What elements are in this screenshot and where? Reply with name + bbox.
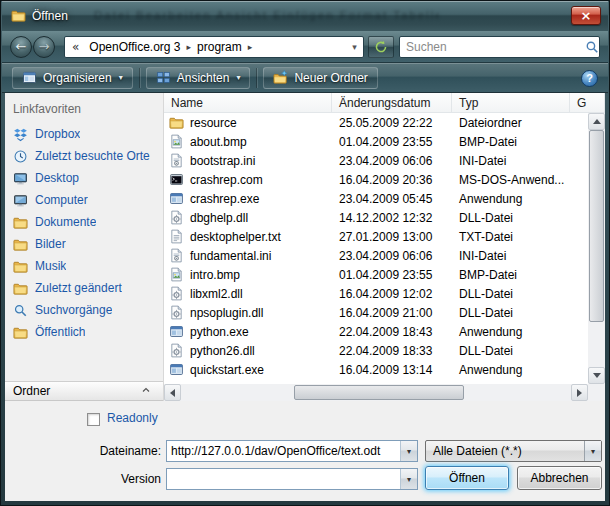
sidebar-item-zuletzt-besuchte-orte[interactable]: Zuletzt besuchte Orte xyxy=(5,145,163,167)
sidebar-item-musik[interactable]: Musik xyxy=(5,255,163,277)
search-input[interactable] xyxy=(400,40,584,54)
back-arrow-icon: ← xyxy=(16,39,27,54)
breadcrumb-separator-icon[interactable]: ▸ xyxy=(247,42,254,52)
chevron-up-icon xyxy=(140,384,155,399)
filename-input[interactable] xyxy=(167,444,400,458)
file-modified-date: 23.04.2009 06:06 xyxy=(332,249,452,263)
vertical-scrollbar-thumb[interactable] xyxy=(589,130,604,322)
sidebar-item-label: Dokumente xyxy=(35,215,96,229)
address-dropdown-icon[interactable]: ▾ xyxy=(346,42,363,52)
file-row[interactable]: about.bmp 01.04.2009 23:55 BMP-Datei xyxy=(164,132,588,151)
folder-icon xyxy=(13,215,28,230)
column-header-name[interactable]: Name xyxy=(164,93,332,112)
text-file-icon xyxy=(169,229,184,244)
sidebar-item-öffentlich[interactable]: Öffentlich xyxy=(5,321,163,343)
scroll-down-button[interactable] xyxy=(588,367,605,384)
horizontal-scrollbar[interactable] xyxy=(164,384,588,401)
sidebar-item-dropbox[interactable]: Dropbox xyxy=(5,123,163,145)
file-row[interactable]: fundamental.ini 23.04.2009 06:06 INI-Dat… xyxy=(164,246,588,265)
file-rows: resource 25.05.2009 22:22 Dateiordner ab… xyxy=(164,113,588,384)
toolbar-separator xyxy=(256,68,257,88)
file-modified-date: 23.04.2009 05:45 xyxy=(332,192,452,206)
version-dropdown-icon[interactable]: ▾ xyxy=(400,469,417,489)
recent-icon xyxy=(13,149,28,164)
forward-button[interactable]: → xyxy=(33,36,55,58)
cancel-button[interactable]: Abbrechen xyxy=(517,466,602,490)
breadcrumb-segment[interactable]: OpenOffice.org 3 xyxy=(84,40,185,54)
close-button[interactable]: × xyxy=(571,6,601,25)
organize-button[interactable]: Organisieren ▾ xyxy=(12,67,133,89)
app-file-icon xyxy=(169,362,184,377)
new-folder-label: Neuer Ordner xyxy=(294,71,367,85)
favorites-header: Linkfavoriten xyxy=(13,102,81,116)
file-row[interactable]: crashrep.com 16.04.2009 20:36 MS-DOS-Anw… xyxy=(164,170,588,189)
breadcrumb-segment[interactable]: program xyxy=(192,40,247,54)
sidebar-item-zuletzt-geändert[interactable]: Zuletzt geändert xyxy=(5,277,163,299)
file-row[interactable]: crashrep.exe 23.04.2009 05:45 Anwendung xyxy=(164,189,588,208)
computer-icon xyxy=(13,193,28,208)
new-folder-button[interactable]: Neuer Ordner xyxy=(263,67,377,89)
dos-file-icon xyxy=(169,172,184,187)
sidebar-item-suchvorgänge[interactable]: Suchvorgänge xyxy=(5,299,163,321)
filetype-dropdown-icon[interactable]: ▾ xyxy=(584,441,601,461)
vertical-scrollbar[interactable] xyxy=(588,113,605,384)
sidebar-item-label: Musik xyxy=(35,259,66,273)
breadcrumb[interactable]: « OpenOffice.org 3 ▸ program ▸ ▾ xyxy=(64,36,364,58)
scroll-up-button[interactable] xyxy=(588,113,605,130)
file-row[interactable]: quickstart.exe 16.04.2009 13:14 Anwendun… xyxy=(164,360,588,379)
file-row[interactable]: python26.dll 22.04.2009 18:33 DLL-Datei xyxy=(164,341,588,360)
sidebar-item-desktop[interactable]: Desktop xyxy=(5,167,163,189)
chevron-down-icon: ▾ xyxy=(236,73,240,82)
file-modified-date: 16.04.2009 12:02 xyxy=(332,287,452,301)
sidebar-item-label: Zuletzt besuchte Orte xyxy=(35,149,150,163)
navigation-bar: ← → « OpenOffice.org 3 ▸ program ▸ ▾ xyxy=(2,31,608,63)
file-row[interactable]: libxml2.dll 16.04.2009 12:02 DLL-Datei xyxy=(164,284,588,303)
folders-expander[interactable]: Ordner xyxy=(5,381,163,401)
file-row[interactable]: intro.bmp 01.04.2009 23:55 BMP-Datei xyxy=(164,265,588,284)
file-name: crashrep.exe xyxy=(190,192,259,206)
folders-label: Ordner xyxy=(13,384,50,398)
file-row[interactable]: python.exe 22.04.2009 18:43 Anwendung xyxy=(164,322,588,341)
help-icon: ? xyxy=(586,72,593,84)
forward-arrow-icon: → xyxy=(39,39,50,54)
file-row[interactable]: resource 25.05.2009 22:22 Dateiordner xyxy=(164,113,588,132)
app-file-icon xyxy=(169,191,184,206)
column-header-size[interactable]: G xyxy=(570,93,605,112)
filename-combobox: ▾ xyxy=(166,440,418,462)
dialog-folder-icon xyxy=(11,8,26,23)
scroll-left-button[interactable] xyxy=(164,384,181,401)
folder-file-icon xyxy=(169,115,184,130)
back-button[interactable]: ← xyxy=(10,36,32,58)
sidebar-item-computer[interactable]: Computer xyxy=(5,189,163,211)
open-button[interactable]: Öffnen xyxy=(425,466,509,490)
scroll-right-button[interactable] xyxy=(571,384,588,401)
file-row[interactable]: dbghelp.dll 14.12.2002 12:32 DLL-Datei xyxy=(164,208,588,227)
file-type: Anwendung xyxy=(452,325,570,339)
breadcrumb-overflow-icon[interactable]: « xyxy=(65,40,84,54)
filename-dropdown-icon[interactable]: ▾ xyxy=(400,441,417,461)
image-file-icon xyxy=(169,267,184,282)
horizontal-scrollbar-thumb[interactable] xyxy=(294,385,464,400)
dll-file-icon xyxy=(169,286,184,301)
version-combobox: ▾ xyxy=(166,468,418,490)
file-row[interactable]: desktophelper.txt 27.01.2009 13:00 TXT-D… xyxy=(164,227,588,246)
sidebar-item-label: Suchvorgänge xyxy=(35,303,112,317)
file-row[interactable]: npsoplugin.dll 16.04.2009 21:00 DLL-Date… xyxy=(164,303,588,322)
file-modified-date: 16.04.2009 13:14 xyxy=(332,363,452,377)
filetype-combobox[interactable]: Alle Dateien (*.*) ▾ xyxy=(425,440,602,462)
dll-file-icon xyxy=(169,305,184,320)
column-header-modified[interactable]: Änderungsdatum xyxy=(332,93,452,112)
file-type: DLL-Datei xyxy=(452,344,570,358)
sidebar-item-label: Desktop xyxy=(35,171,79,185)
refresh-button[interactable] xyxy=(368,36,394,58)
sidebar-item-dokumente[interactable]: Dokumente xyxy=(5,211,163,233)
window-title: Öffnen xyxy=(32,9,68,23)
help-button[interactable]: ? xyxy=(581,70,598,87)
views-button[interactable]: Ansichten ▾ xyxy=(146,67,251,89)
readonly-checkbox[interactable] xyxy=(87,413,100,426)
file-row[interactable]: bootstrap.ini 23.04.2009 06:06 INI-Datei xyxy=(164,151,588,170)
organize-label: Organisieren xyxy=(43,71,112,85)
column-header-type[interactable]: Typ xyxy=(452,93,570,112)
sidebar-item-bilder[interactable]: Bilder xyxy=(5,233,163,255)
version-input[interactable] xyxy=(167,472,400,486)
